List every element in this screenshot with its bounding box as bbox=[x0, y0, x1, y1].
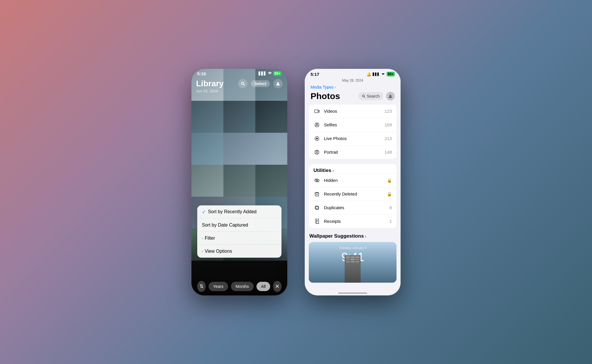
breadcrumb: Media Types › bbox=[311, 85, 395, 89]
filter-chevron-icon: › bbox=[202, 236, 203, 240]
window bbox=[356, 259, 359, 260]
utilities-section: Utilities › Hidden 🔒 bbox=[309, 164, 397, 228]
window bbox=[356, 257, 359, 258]
all-tab[interactable]: All bbox=[256, 282, 270, 291]
wallpaper-title: Wallpaper Suggestions bbox=[309, 233, 364, 239]
close-icon: ✕ bbox=[275, 283, 279, 290]
svg-point-3 bbox=[362, 95, 364, 97]
window bbox=[356, 261, 359, 263]
wallpaper-header: Wallpaper Suggestions › bbox=[309, 233, 397, 242]
months-tab[interactable]: Months bbox=[231, 282, 254, 291]
select-button[interactable]: Select bbox=[251, 80, 270, 87]
search-button[interactable] bbox=[238, 79, 247, 88]
view-options-label: View Options bbox=[205, 249, 232, 254]
receipts-list-item[interactable]: Receipts 1 bbox=[309, 214, 397, 228]
duplicates-list-item[interactable]: Duplicates 8 bbox=[309, 201, 397, 214]
selfies-list-item[interactable]: Selfies 109 bbox=[309, 118, 397, 132]
close-button[interactable]: ✕ bbox=[273, 281, 281, 292]
portrait-left: Portrait bbox=[313, 149, 338, 156]
right-bell-icon: 🔔 bbox=[367, 72, 371, 76]
selfies-icon bbox=[313, 121, 320, 128]
building-shape bbox=[345, 255, 361, 283]
window bbox=[351, 259, 355, 260]
sort-icon: ⇅ bbox=[200, 284, 203, 289]
view-options-item[interactable]: › View Options bbox=[197, 245, 281, 258]
videos-list-item[interactable]: Videos 123 bbox=[309, 105, 397, 118]
svg-point-0 bbox=[241, 82, 244, 85]
wifi-icon bbox=[268, 71, 272, 76]
profile-button[interactable] bbox=[273, 79, 283, 88]
hidden-icon bbox=[313, 177, 320, 184]
context-menu: ✓ Sort by Recently Added Sort by Date Ca… bbox=[197, 205, 281, 258]
recently-deleted-label: Recently Deleted bbox=[324, 191, 357, 196]
photos-search-button[interactable]: Search bbox=[358, 92, 383, 100]
sort-recently-added-label: Sort by Recently Added bbox=[208, 209, 256, 214]
hidden-right: 🔒 bbox=[387, 178, 392, 183]
wallpaper-preview-time: Tuesday, January 9 bbox=[309, 246, 397, 250]
portrait-label: Portrait bbox=[324, 150, 338, 155]
right-scroll-area[interactable]: Videos 123 Selfies 109 bbox=[305, 105, 401, 293]
hidden-label: Hidden bbox=[324, 178, 338, 183]
utilities-chevron-icon: › bbox=[332, 168, 334, 173]
live-photos-label: Live Photos bbox=[324, 136, 347, 141]
svg-point-10 bbox=[316, 138, 318, 139]
window bbox=[346, 257, 350, 258]
right-wifi-icon bbox=[381, 72, 385, 76]
videos-label: Videos bbox=[324, 109, 337, 114]
wallpaper-section: Wallpaper Suggestions › Tuesday, January… bbox=[309, 233, 397, 283]
sort-button[interactable]: ⇅ bbox=[197, 281, 206, 292]
portrait-list-item[interactable]: Portrait 148 bbox=[309, 145, 397, 159]
view-options-chevron-icon: › bbox=[202, 250, 203, 253]
library-title: Library bbox=[196, 79, 224, 88]
videos-icon bbox=[313, 108, 320, 115]
receipts-icon bbox=[313, 218, 320, 225]
right-date-bar: May 28, 2024 bbox=[305, 78, 401, 84]
right-battery-badge: 93+ bbox=[387, 72, 395, 76]
years-tab[interactable]: Years bbox=[209, 282, 228, 291]
duplicates-count: 8 bbox=[390, 205, 392, 210]
svg-rect-6 bbox=[315, 110, 318, 113]
wallpaper-preview[interactable]: Tuesday, January 9 9:41 bbox=[309, 242, 397, 283]
selfies-left: Selfies bbox=[313, 121, 337, 128]
library-date: Jun 25, 2024 bbox=[196, 89, 283, 93]
window bbox=[346, 259, 350, 260]
right-status-icons: 🔔 ▋▋▋ 93+ bbox=[367, 72, 395, 76]
recently-deleted-icon bbox=[313, 191, 320, 198]
left-phone: 5:16 ▋▋▋ 93+ Library bbox=[191, 69, 287, 295]
live-photos-list-item[interactable]: Live Photos 213 bbox=[309, 132, 397, 145]
signal-icon: ▋▋▋ bbox=[259, 71, 266, 76]
hidden-lock-icon: 🔒 bbox=[387, 178, 392, 183]
sort-recently-added-item[interactable]: ✓ Sort by Recently Added bbox=[197, 205, 281, 219]
media-types-section: Videos 123 Selfies 109 bbox=[309, 105, 397, 159]
filter-item[interactable]: › Filter bbox=[197, 232, 281, 245]
filter-label: Filter bbox=[205, 236, 215, 241]
receipts-left: Receipts bbox=[313, 218, 341, 225]
right-time: 5:17 bbox=[311, 72, 319, 77]
live-photos-left: Live Photos bbox=[313, 135, 347, 142]
portrait-icon bbox=[313, 149, 320, 156]
library-header: Library Select bbox=[191, 77, 287, 96]
breadcrumb-chevron-icon: › bbox=[335, 85, 336, 89]
recently-deleted-left: Recently Deleted bbox=[313, 191, 357, 198]
svg-line-1 bbox=[243, 84, 245, 85]
wallpaper-chevron-icon: › bbox=[365, 234, 366, 239]
home-indicator bbox=[338, 293, 367, 294]
sort-date-captured-item[interactable]: Sort by Date Captured bbox=[197, 219, 281, 232]
videos-count: 123 bbox=[385, 109, 392, 114]
library-header-row: Library Select bbox=[196, 79, 283, 88]
right-profile-button[interactable] bbox=[386, 92, 395, 101]
selfies-count: 109 bbox=[385, 122, 392, 127]
photos-title: Photos bbox=[311, 91, 340, 101]
recently-deleted-list-item[interactable]: Recently Deleted 🔒 bbox=[309, 187, 397, 201]
bottom-bar: ⇅ Years Months All ✕ bbox=[191, 281, 287, 292]
sort-date-captured-label: Sort by Date Captured bbox=[202, 223, 248, 228]
selfies-label: Selfies bbox=[324, 122, 337, 127]
battery-badge: 93+ bbox=[273, 71, 281, 76]
hidden-list-item[interactable]: Hidden 🔒 bbox=[309, 173, 397, 187]
left-status-icons: ▋▋▋ 93+ bbox=[259, 71, 281, 76]
window bbox=[351, 257, 355, 258]
duplicates-label: Duplicates bbox=[324, 205, 344, 210]
duplicates-icon bbox=[313, 204, 320, 211]
right-signal-icon: ▋▋▋ bbox=[373, 73, 380, 76]
live-photos-icon bbox=[313, 135, 320, 142]
